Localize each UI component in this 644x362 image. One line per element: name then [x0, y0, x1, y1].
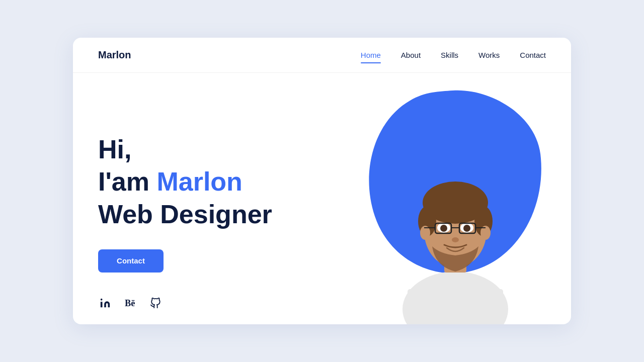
browser-window: Marlon Home About Skills Works Contact H…: [73, 38, 571, 324]
nav-item-contact[interactable]: Contact: [520, 51, 546, 60]
contact-button[interactable]: Contact: [98, 249, 164, 273]
hero-name: Marlon: [156, 167, 242, 196]
navbar: Marlon Home About Skills Works Contact: [73, 38, 571, 73]
main-content: Hi, I'am Marlon Web Designer Contact: [73, 73, 571, 324]
hero-section: Hi, I'am Marlon Web Designer Contact: [98, 73, 335, 324]
svg-rect-1: [408, 289, 503, 324]
hero-intro: I'am Marlon: [98, 167, 335, 197]
hero-intro-prefix: I'am: [98, 167, 156, 196]
hero-image-area: [335, 73, 546, 324]
nav-item-works[interactable]: Works: [478, 51, 500, 60]
nav-link-works[interactable]: Works: [478, 51, 500, 61]
svg-point-12: [463, 225, 470, 232]
nav-link-home[interactable]: Home: [361, 51, 381, 61]
portrait-wrapper: [372, 108, 538, 324]
nav-links: Home About Skills Works Contact: [361, 51, 546, 60]
nav-item-home[interactable]: Home: [361, 51, 381, 60]
hero-title: Web Designer: [98, 199, 335, 229]
hero-greeting: Hi,: [98, 135, 335, 165]
svg-point-11: [440, 225, 447, 232]
nav-item-skills[interactable]: Skills: [441, 51, 458, 60]
svg-point-18: [452, 237, 459, 242]
nav-link-contact[interactable]: Contact: [520, 51, 546, 61]
nav-item-about[interactable]: About: [401, 51, 421, 60]
person-portrait: [380, 113, 531, 324]
brand-logo[interactable]: Marlon: [98, 49, 131, 61]
nav-link-about[interactable]: About: [401, 51, 421, 61]
nav-link-skills[interactable]: Skills: [441, 51, 458, 61]
